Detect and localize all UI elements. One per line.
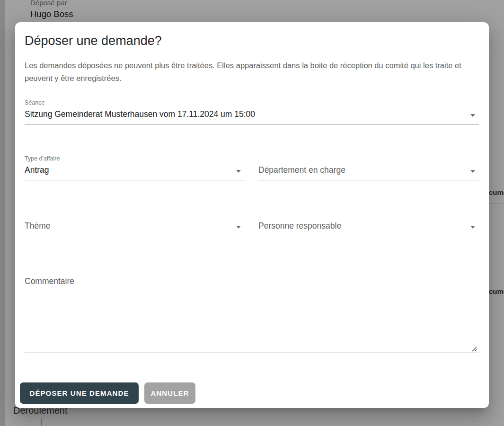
chevron-down-icon [470,226,475,229]
personne-responsable-placeholder: Personne responsable [258,221,467,231]
commentaire-textarea[interactable]: Commentaire [25,274,479,353]
type-affaire-value: Antrag [25,165,232,175]
resize-handle-icon[interactable] [471,346,477,352]
seance-label: Séance [25,99,44,106]
chevron-down-icon [470,114,475,117]
seance-value: Sitzung Gemeinderat Musterhausen vom 17.… [25,109,467,119]
departement-select[interactable]: Département en charge [258,155,479,182]
seance-select[interactable]: Séance Sitzung Gemeinderat Musterhausen … [25,99,479,126]
commentaire-placeholder: Commentaire [25,276,74,286]
field-underline [258,236,479,236]
field-underline [25,180,245,180]
field-underline [25,353,479,353]
field-underline [25,124,479,124]
departement-placeholder: Département en charge [258,165,467,175]
theme-placeholder: Thème [25,221,232,231]
chevron-down-icon [236,226,241,229]
type-affaire-select[interactable]: Type d'affaire Antrag [25,155,245,182]
personne-responsable-select[interactable]: Personne responsable [258,211,479,238]
submit-request-dialog: Déposer une demande? Les demandes déposé… [15,22,489,408]
chevron-down-icon [236,170,241,173]
dialog-description: Les demandes déposées ne peuvent plus êt… [25,59,466,85]
cancel-button[interactable]: ANNULER [144,382,195,404]
type-affaire-label: Type d'affaire [25,155,60,162]
chevron-down-icon [470,170,475,173]
field-underline [258,180,479,180]
dialog-title: Déposer une demande? [25,33,162,49]
field-underline [25,236,245,236]
theme-select[interactable]: Thème [25,211,245,238]
submit-request-button[interactable]: DÉPOSER UNE DEMANDE [20,382,139,404]
dialog-actions: DÉPOSER UNE DEMANDE ANNULER [15,382,489,404]
